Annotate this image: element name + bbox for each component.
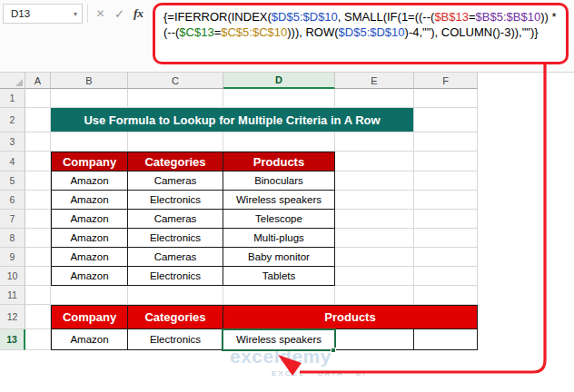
cell[interactable] <box>414 229 478 248</box>
cell[interactable] <box>223 132 335 152</box>
table1-header-products[interactable]: Products <box>223 152 335 172</box>
row-header-2[interactable]: 2 <box>0 108 25 132</box>
cell[interactable] <box>335 152 414 172</box>
cell[interactable] <box>335 132 414 152</box>
row-header-13[interactable]: 13 <box>0 329 25 350</box>
selected-cell-d13[interactable]: Wireless speakers <box>223 329 335 350</box>
enter-icon[interactable]: ✓ <box>110 4 129 24</box>
cell[interactable] <box>25 132 51 152</box>
table1-header-company[interactable]: Company <box>51 152 128 172</box>
table-cell[interactable]: Cameras <box>128 172 223 191</box>
cell[interactable] <box>128 89 223 108</box>
row-header-1[interactable]: 1 <box>0 89 25 108</box>
cell[interactable] <box>414 108 478 132</box>
cell[interactable] <box>414 210 478 229</box>
table-cell[interactable]: Binoculars <box>223 172 335 191</box>
cell[interactable] <box>25 267 51 286</box>
column-header-b[interactable]: B <box>51 73 128 89</box>
cell[interactable] <box>51 89 128 108</box>
cell[interactable] <box>335 172 414 191</box>
column-header-f[interactable]: F <box>414 73 478 89</box>
column-header-e[interactable]: E <box>335 73 414 89</box>
row-header-11[interactable]: 11 <box>0 286 25 305</box>
cell[interactable] <box>25 248 51 267</box>
table2-header-products[interactable]: Products <box>223 305 478 329</box>
row-header-12[interactable]: 12 <box>0 305 25 329</box>
cell[interactable] <box>25 172 51 191</box>
cell[interactable] <box>335 267 414 286</box>
cell[interactable] <box>335 229 414 248</box>
row-header-9[interactable]: 9 <box>0 248 25 267</box>
title-banner[interactable]: Use Formula to Lookup for Multiple Crite… <box>51 108 414 132</box>
row-header-8[interactable]: 8 <box>0 229 25 248</box>
insert-function-icon[interactable]: fx <box>129 4 148 24</box>
cell[interactable] <box>335 89 414 108</box>
select-all-button[interactable] <box>0 73 25 89</box>
table-cell[interactable]: Amazon <box>51 210 128 229</box>
cell[interactable] <box>223 89 335 108</box>
table-cell[interactable]: Amazon <box>51 191 128 210</box>
cell[interactable] <box>128 286 223 305</box>
column-header-d[interactable]: D <box>223 73 335 89</box>
table-cell[interactable]: Electronics <box>128 191 223 210</box>
table-cell[interactable]: Amazon <box>51 229 128 248</box>
cell[interactable] <box>51 132 128 152</box>
table-cell[interactable]: Amazon <box>51 172 128 191</box>
cell[interactable] <box>414 152 478 172</box>
table-cell[interactable] <box>335 329 414 350</box>
row-header-3[interactable]: 3 <box>0 132 25 152</box>
table2-header-company[interactable]: Company <box>51 305 128 329</box>
table2-header-categories[interactable]: Categories <box>128 305 223 329</box>
cell[interactable] <box>25 152 51 172</box>
cell[interactable] <box>335 248 414 267</box>
cell[interactable] <box>414 172 478 191</box>
cell[interactable] <box>414 191 478 210</box>
row-header-4[interactable]: 4 <box>0 152 25 172</box>
table-cell[interactable]: Amazon <box>51 329 128 350</box>
cancel-icon[interactable]: ✕ <box>91 4 110 24</box>
cell[interactable] <box>25 210 51 229</box>
name-box[interactable]: D13 ▾ <box>3 4 83 24</box>
table-cell[interactable]: Electronics <box>128 329 223 350</box>
column-header-a[interactable]: A <box>25 73 51 89</box>
cell[interactable] <box>335 210 414 229</box>
cell[interactable] <box>25 89 51 108</box>
table-cell[interactable]: Baby monitor <box>223 248 335 267</box>
cell[interactable] <box>335 191 414 210</box>
cell[interactable] <box>414 267 478 286</box>
table-cell[interactable]: Amazon <box>51 248 128 267</box>
table1-header-categories[interactable]: Categories <box>128 152 223 172</box>
cell[interactable] <box>25 229 51 248</box>
cell[interactable] <box>25 286 51 305</box>
cell[interactable] <box>25 108 51 132</box>
cell[interactable] <box>414 286 478 305</box>
table-cell[interactable]: Cameras <box>128 248 223 267</box>
table-cell[interactable]: Cameras <box>128 210 223 229</box>
table-cell[interactable]: Electronics <box>128 267 223 286</box>
table-cell[interactable]: Amazon <box>51 267 128 286</box>
cell[interactable] <box>25 305 51 329</box>
table-cell[interactable]: Telescope <box>223 210 335 229</box>
fill-handle[interactable] <box>331 348 336 353</box>
name-box-dropdown-icon[interactable]: ▾ <box>74 10 77 18</box>
table-cell[interactable]: Wireless speakers <box>223 191 335 210</box>
formula-input[interactable]: {=IFERROR(INDEX($D$5:$D$10, SMALL(IF(1=(… <box>153 3 569 64</box>
cell[interactable] <box>51 286 128 305</box>
cell[interactable] <box>223 286 335 305</box>
table-cell[interactable] <box>414 329 478 350</box>
table-cell[interactable]: Tablets <box>223 267 335 286</box>
row-header-5[interactable]: 5 <box>0 172 25 191</box>
cell[interactable] <box>25 191 51 210</box>
row-header-10[interactable]: 10 <box>0 267 25 286</box>
cell[interactable] <box>414 89 478 108</box>
table-cell[interactable]: Multi-plugs <box>223 229 335 248</box>
row-header-6[interactable]: 6 <box>0 191 25 210</box>
cell[interactable] <box>25 329 51 350</box>
column-header-c[interactable]: C <box>128 73 223 89</box>
cell[interactable] <box>128 132 223 152</box>
row-header-7[interactable]: 7 <box>0 210 25 229</box>
cell[interactable] <box>335 286 414 305</box>
cell[interactable] <box>414 248 478 267</box>
table-cell[interactable]: Electronics <box>128 229 223 248</box>
cell[interactable] <box>414 132 478 152</box>
